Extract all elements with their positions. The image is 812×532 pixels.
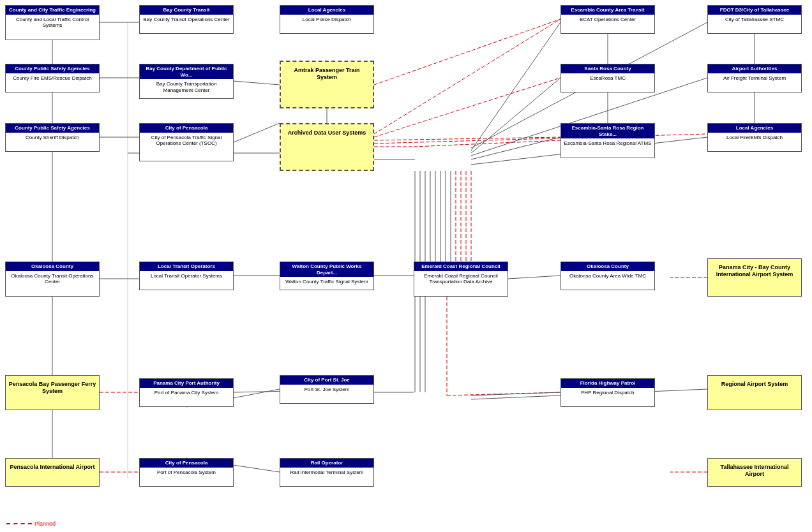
- node-header-n20: Okaloosa County: [561, 262, 654, 271]
- node-body-n16: Okaloosa County Transit Operations Cente…: [6, 271, 99, 287]
- node-n7[interactable]: Bay County Department of Public Wo...Bay…: [139, 64, 234, 99]
- node-body-n23: Port of Panama City System: [140, 388, 233, 398]
- node-body-n17: Local Transit Operator Systems: [140, 271, 233, 281]
- svg-line-1: [234, 123, 280, 142]
- node-header-n11: County Public Safety Agencies: [6, 124, 99, 133]
- node-n15[interactable]: Local AgenciesLocal Fire/EMS Dispatch: [707, 123, 802, 152]
- node-body-n12: City of Pensacola Traffic Signal Operati…: [140, 133, 233, 149]
- node-header-n14: Escambia-Santa Rosa Region Stake...: [561, 124, 654, 138]
- node-header-n24: City of Port St. Joe: [280, 376, 373, 385]
- svg-line-5: [374, 137, 560, 140]
- node-header-n25: Florida Highway Patrol: [561, 379, 654, 388]
- svg-line-21: [508, 276, 560, 279]
- node-header-n7: Bay County Department of Public Wo...: [140, 64, 233, 79]
- node-n22[interactable]: Pensacola Bay Passenger Ferry System: [5, 375, 100, 410]
- node-n23[interactable]: Panama City Port AuthorityPort of Panama…: [139, 378, 234, 407]
- node-body-n3: Local Police Dispatch: [280, 15, 373, 25]
- node-n13[interactable]: Archived Data User Systems: [280, 123, 374, 171]
- node-body-n30: Tallahassee International Airport: [708, 459, 801, 483]
- node-body-n14: Escambia-Santa Rosa Regional ATMS: [561, 138, 654, 149]
- node-n29[interactable]: Rail OperatorRail Intermodal Terminal Sy…: [280, 458, 374, 487]
- node-body-n21: Panama City - Bay County International A…: [708, 259, 801, 283]
- node-body-n7: Bay County Transportation Management Cen…: [140, 79, 233, 95]
- diagram-container: County and City Traffic EngineeringCount…: [0, 0, 812, 532]
- node-header-n18: Walton County Public Works Depart...: [280, 262, 373, 277]
- node-n1[interactable]: County and City Traffic EngineeringCount…: [5, 5, 100, 40]
- node-n17[interactable]: Local Transit OperatorsLocal Transit Ope…: [139, 262, 234, 290]
- svg-line-6: [374, 134, 707, 144]
- node-body-n22: Pensacola Bay Passenger Ferry System: [6, 376, 99, 400]
- node-n18[interactable]: Walton County Public Works Depart...Walt…: [280, 262, 374, 290]
- svg-line-44: [471, 137, 560, 159]
- node-n11[interactable]: County Public Safety AgenciesCounty Sher…: [5, 123, 100, 152]
- node-n26[interactable]: Regional Airport System: [707, 375, 802, 410]
- legend: Planned: [6, 521, 56, 527]
- svg-line-0: [234, 81, 280, 85]
- node-header-n6: County Public Safety Agencies: [6, 64, 99, 73]
- node-header-n15: Local Agencies: [708, 124, 801, 133]
- node-header-n4: Escambia County Area Transit: [561, 6, 654, 15]
- node-body-n10: Air Freight Terminal System: [708, 73, 801, 84]
- svg-line-23: [447, 392, 560, 395]
- node-header-n9: Santa Rosa County: [561, 64, 654, 73]
- node-n28[interactable]: City of PensacolaPort of Pensacola Syste…: [139, 458, 234, 487]
- node-n2[interactable]: Bay County TransitBay County Transit Ope…: [139, 5, 234, 34]
- node-body-n15: Local Fire/EMS Dispatch: [708, 133, 801, 143]
- node-n10[interactable]: Airport AuthoritiesAir Freight Terminal …: [707, 64, 802, 92]
- node-body-n29: Rail Intermodal Terminal System: [280, 468, 373, 478]
- svg-line-7: [374, 19, 560, 134]
- node-body-n26: Regional Airport System: [708, 376, 801, 393]
- node-n8[interactable]: Amtrak Passenger Train System: [280, 61, 374, 108]
- node-header-n19: Emerald Coast Regional Council: [414, 262, 508, 271]
- node-header-n1: County and City Traffic Engineering: [6, 6, 99, 15]
- node-n21[interactable]: Panama City - Bay County International A…: [707, 258, 802, 297]
- legend-line: [6, 523, 32, 524]
- node-header-n23: Panama City Port Authority: [140, 379, 233, 388]
- node-body-n20: Okaloosa County Area Wide TMC: [561, 271, 654, 281]
- connections-svg: [0, 0, 812, 532]
- svg-line-57: [471, 392, 560, 395]
- node-body-n18: Walton County Traffic Signal System: [280, 277, 373, 287]
- node-body-n9: EscaRosa TMC: [561, 73, 654, 84]
- node-n25[interactable]: Florida Highway PatrolFHP Regional Dispa…: [560, 378, 655, 407]
- node-body-n8: Amtrak Passenger Train System: [281, 62, 373, 86]
- svg-line-4: [414, 140, 560, 147]
- node-n24[interactable]: City of Port St. JoePort St. Joe System: [280, 375, 374, 404]
- node-header-n17: Local Transit Operators: [140, 262, 233, 271]
- node-body-n13: Archived Data User Systems: [281, 124, 373, 142]
- legend-label: Planned: [34, 521, 56, 527]
- node-header-n5: FDOT D3/City of Tallahassee: [708, 6, 801, 15]
- node-n30[interactable]: Tallahassee International Airport: [707, 458, 802, 487]
- node-body-n11: County Sheriff Dispatch: [6, 133, 99, 143]
- node-n19[interactable]: Emerald Coast Regional CouncilEmerald Co…: [414, 262, 508, 297]
- node-body-n6: County Fire EMS/Rescue Dispatch: [6, 73, 99, 84]
- node-n27[interactable]: Pensacola International Airport: [5, 458, 100, 487]
- node-n5[interactable]: FDOT D3/City of TallahasseeCity of Talla…: [707, 5, 802, 34]
- node-n3[interactable]: Local AgenciesLocal Police Dispatch: [280, 5, 374, 34]
- node-header-n2: Bay County Transit: [140, 6, 233, 15]
- node-body-n4: ECAT Operations Center: [561, 15, 654, 25]
- node-header-n3: Local Agencies: [280, 6, 373, 15]
- node-header-n10: Airport Authorities: [708, 64, 801, 73]
- svg-line-48: [471, 22, 560, 151]
- node-header-n16: Okaloosa County: [6, 262, 99, 271]
- node-body-n5: City of Tallahassee STMC: [708, 15, 801, 25]
- node-n16[interactable]: Okaloosa CountyOkaloosa County Transit O…: [5, 262, 100, 297]
- node-body-n27: Pensacola International Airport: [6, 459, 99, 476]
- svg-line-9: [374, 19, 560, 85]
- svg-line-47: [471, 78, 560, 153]
- node-body-n25: FHP Regional Dispatch: [561, 388, 654, 398]
- node-header-n12: City of Pensacola: [140, 124, 233, 133]
- node-n4[interactable]: Escambia County Area TransitECAT Operati…: [560, 5, 655, 34]
- node-body-n2: Bay County Transit Operations Center: [140, 15, 233, 25]
- node-n14[interactable]: Escambia-Santa Rosa Region Stake...Escam…: [560, 123, 655, 158]
- node-n9[interactable]: Santa Rosa CountyEscaRosa TMC: [560, 64, 655, 92]
- node-header-n28: City of Pensacola: [140, 459, 233, 468]
- node-n6[interactable]: County Public Safety AgenciesCounty Fire…: [5, 64, 100, 92]
- node-body-n1: County and Local Traffic Control Systems: [6, 15, 99, 31]
- node-n12[interactable]: City of PensacolaCity of Pensacola Traff…: [139, 123, 234, 161]
- node-header-n29: Rail Operator: [280, 459, 373, 468]
- node-n20[interactable]: Okaloosa CountyOkaloosa County Area Wide…: [560, 262, 655, 290]
- svg-line-8: [374, 78, 560, 137]
- node-body-n19: Emerald Coast Regional Council Transport…: [414, 271, 508, 287]
